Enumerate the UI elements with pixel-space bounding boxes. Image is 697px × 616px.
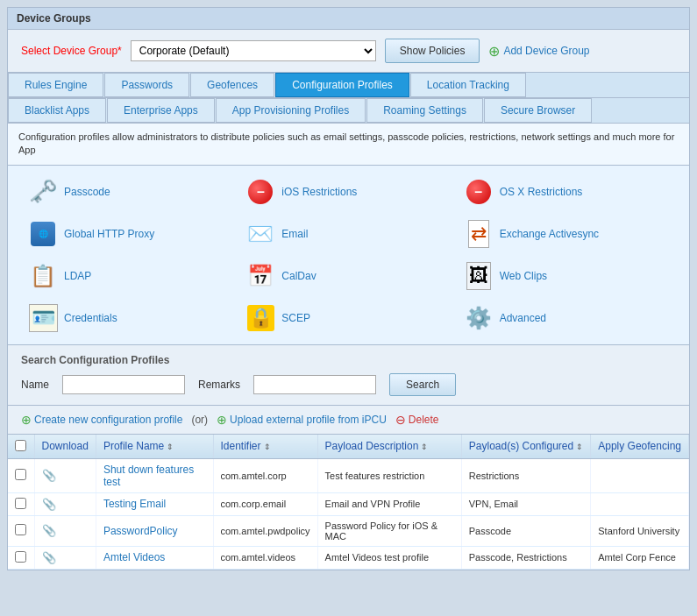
row-checkbox[interactable] [15, 469, 26, 480]
row-identifier-cell: com.amtel.videos [213, 546, 317, 569]
col-payload-description[interactable]: Payload Description ⇕ [317, 435, 461, 459]
search-button[interactable]: Search [389, 373, 456, 396]
create-profile-link[interactable]: ⊕ Create new configuration profile [21, 413, 182, 427]
global-http-link[interactable]: Global HTTP Proxy [64, 228, 154, 240]
search-section-title: Search Configuration Profiles [21, 354, 676, 366]
profile-name-link[interactable]: Shut down features test [103, 464, 194, 488]
search-row: Name Remarks Search [21, 373, 676, 396]
passcode-link[interactable]: Passcode [64, 186, 110, 198]
row-checkbox[interactable] [15, 498, 26, 509]
tab-geofences[interactable]: Geofences [190, 73, 274, 97]
profile-type-caldav: 📅 CalDav [243, 258, 453, 294]
tab-passwords[interactable]: Passwords [104, 73, 189, 97]
row-profile-name-cell: Testing Email [96, 492, 213, 515]
tabs-row-2: Blacklist Apps Enterprise Apps App Provi… [8, 98, 689, 124]
sort-icon: ⇕ [576, 443, 583, 451]
name-search-input[interactable] [62, 375, 185, 394]
advanced-link[interactable]: Advanced [500, 312, 546, 324]
exchange-icon: ⇄ [465, 220, 493, 248]
download-clip-icon[interactable]: 📎 [42, 469, 56, 482]
osx-restrictions-link[interactable]: OS X Restrictions [500, 186, 583, 198]
ldap-link[interactable]: LDAP [64, 270, 91, 282]
device-group-label: Select Device Group* [21, 45, 122, 57]
row-checkbox[interactable] [15, 524, 26, 535]
ios-restrictions-link[interactable]: iOS Restrictions [281, 186, 357, 198]
action-row: ⊕ Create new configuration profile (or) … [8, 406, 689, 435]
exchange-link[interactable]: Exchange Activesync [500, 228, 599, 240]
col-payloads-configured[interactable]: Payload(s) Configured ⇕ [461, 435, 590, 459]
profile-name-link[interactable]: Testing Email [103, 498, 166, 510]
row-payloads-configured-cell: Passcode [461, 515, 590, 546]
remarks-search-input[interactable] [253, 375, 376, 394]
row-payloads-configured-cell: Restrictions [461, 458, 590, 492]
profile-type-credentials: 🪪 Credentials [25, 301, 236, 336]
profile-type-webclips: 🖼 Web Clips [461, 258, 672, 294]
webclips-link[interactable]: Web Clips [500, 270, 547, 282]
row-checkbox-cell [8, 458, 34, 492]
profile-type-exchange: ⇄ Exchange Activesync [461, 216, 672, 251]
row-download-cell: 📎 [34, 546, 96, 569]
row-payload-desc-cell: Test features restriction [317, 458, 461, 492]
tab-location-tracking[interactable]: Location Tracking [410, 73, 526, 97]
row-geofencing-cell [591, 458, 689, 492]
download-clip-icon[interactable]: 📎 [42, 524, 56, 537]
or-text: (or) [191, 414, 208, 426]
tab-blacklist-apps[interactable]: Blacklist Apps [8, 98, 106, 123]
row-geofencing-cell: Stanford University [591, 515, 689, 546]
download-clip-icon[interactable]: 📎 [42, 498, 56, 511]
email-icon: ✉️ [246, 220, 274, 248]
section-title: Device Groups [8, 8, 689, 30]
row-download-cell: 📎 [34, 515, 96, 546]
credentials-link[interactable]: Credentials [64, 312, 117, 324]
ldap-icon: 📋 [29, 262, 57, 290]
row-identifier-cell: com.amtel.pwdpolicy [213, 515, 317, 546]
plus-circle-icon: ⊕ [21, 413, 32, 427]
profile-name-link[interactable]: PasswordPolicy [103, 525, 178, 537]
delete-link[interactable]: ⊖ Delete [395, 413, 439, 427]
table-row: 📎 PasswordPolicy com.amtel.pwdpolicy Pas… [8, 515, 689, 546]
row-payload-desc-cell: Password Policy for iOS & MAC [317, 515, 461, 546]
profile-type-passcode: 🗝️ Passcode [25, 174, 236, 209]
delete-icon: ⊖ [395, 413, 406, 427]
table-row: 📎 Shut down features test com.amtel.corp… [8, 458, 689, 492]
row-payloads-configured-cell: VPN, Email [461, 492, 590, 515]
globe-icon: 🌐 [29, 220, 57, 248]
download-clip-icon[interactable]: 📎 [42, 551, 56, 564]
tab-enterprise-apps[interactable]: Enterprise Apps [107, 98, 215, 123]
show-policies-button[interactable]: Show Policies [385, 39, 480, 63]
select-all-checkbox[interactable] [15, 440, 26, 451]
tab-roaming-settings[interactable]: Roaming Settings [366, 98, 483, 123]
upload-profile-link[interactable]: ⊕ Upload external profile from iPCU [217, 413, 387, 427]
profile-name-link[interactable]: Amtel Videos [103, 551, 165, 563]
email-link[interactable]: Email [281, 228, 308, 240]
col-profile-name[interactable]: Profile Name ⇕ [96, 435, 213, 459]
row-checkbox[interactable] [15, 551, 26, 563]
row-payload-desc-cell: Amtel Videos test profile [317, 546, 461, 569]
row-payloads-configured-cell: Passcode, Restrictions [461, 546, 590, 569]
col-download[interactable]: Download [34, 435, 96, 459]
scep-link[interactable]: SCEP [281, 312, 310, 324]
search-section: Search Configuration Profiles Name Remar… [8, 345, 689, 406]
col-apply-geofencing[interactable]: Apply Geofencing [591, 435, 689, 459]
row-identifier-cell: com.corp.email [213, 492, 317, 515]
row-payload-desc-cell: Email and VPN Profile [317, 492, 461, 515]
tab-secure-browser[interactable]: Secure Browser [484, 98, 592, 123]
profiles-table: Download Profile Name ⇕ Identifier ⇕ Pay… [8, 435, 689, 570]
description-text: Configuration profiles allow administrat… [8, 124, 689, 166]
device-group-select[interactable]: Corporate (Default) [131, 40, 376, 61]
row-geofencing-cell [591, 492, 689, 515]
tab-app-provisioning[interactable]: App Provisioning Profiles [216, 98, 366, 123]
row-download-cell: 📎 [34, 458, 96, 492]
tab-configuration-profiles[interactable]: Configuration Profiles [275, 73, 409, 97]
caldav-link[interactable]: CalDav [281, 270, 316, 282]
row-checkbox-cell [8, 515, 34, 546]
add-device-group-link[interactable]: ⊕ Add Device Group [488, 43, 589, 60]
tab-rules-engine[interactable]: Rules Engine [8, 73, 103, 97]
upload-plus-icon: ⊕ [217, 413, 227, 427]
webclip-icon: 🖼 [465, 262, 493, 290]
col-identifier[interactable]: Identifier ⇕ [213, 435, 317, 459]
sort-icon: ⇕ [167, 443, 174, 451]
profile-type-ldap: 📋 LDAP [25, 258, 236, 294]
row-identifier-cell: com.amtel.corp [213, 458, 317, 492]
ios-restrictions-icon: – [246, 178, 274, 206]
